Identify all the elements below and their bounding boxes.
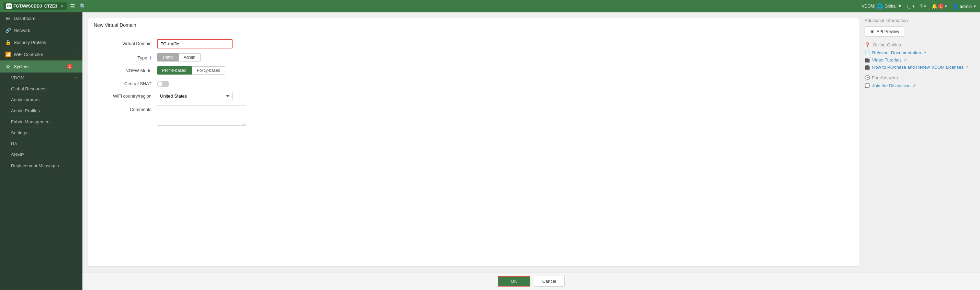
wifi-icon: 📶 bbox=[5, 51, 11, 57]
top-bar-right: VDOM: 🌐 Global ▼ ›_ ▼ ? ▼ 🔔 1 ▼ 👤 admin … bbox=[862, 3, 977, 9]
sidebar-sub-item-fabric-management[interactable]: Fabric Management bbox=[0, 116, 83, 127]
ok-button[interactable]: OK bbox=[498, 276, 530, 287]
video-tutorials-label: Video Tutorials bbox=[872, 57, 902, 62]
ngfw-mode-control: Profile-based Policy-based bbox=[157, 66, 851, 75]
sidebar-item-wifi-controller[interactable]: 📶 WiFi Controller › bbox=[0, 48, 83, 61]
central-snat-toggle[interactable] bbox=[157, 81, 169, 87]
vdom-sub-label: VDOM bbox=[11, 75, 24, 80]
virtual-domain-input[interactable] bbox=[157, 39, 232, 48]
type-traffic-button[interactable]: Traffic bbox=[157, 53, 179, 62]
notifications-button[interactable]: 🔔 1 ▼ bbox=[932, 3, 948, 9]
vdom-star-icon[interactable]: ☆ bbox=[74, 76, 78, 80]
security-arrow-icon: › bbox=[76, 41, 78, 44]
virtual-domain-control bbox=[157, 39, 851, 48]
dashboard-icon: ⊞ bbox=[5, 16, 11, 21]
notif-chevron-icon: ▼ bbox=[944, 5, 948, 8]
video-icon: 🎬 bbox=[865, 57, 870, 62]
ha-label: HA bbox=[11, 141, 17, 147]
doc-icon: 📄 bbox=[865, 50, 870, 55]
sidebar-sub-item-admin-profiles[interactable]: Admin Profiles bbox=[0, 105, 83, 116]
api-preview-button[interactable]: 👁 API Preview bbox=[865, 27, 904, 37]
central-snat-row: Central SNAT bbox=[97, 80, 851, 87]
help-icon: ? bbox=[920, 3, 923, 9]
sidebar-item-dashboard[interactable]: ⊞ Dashboard › bbox=[0, 13, 83, 24]
globe-icon: 🌐 bbox=[877, 3, 883, 9]
external-link-icon: ↗ bbox=[923, 51, 926, 55]
user-icon: 👤 bbox=[953, 3, 958, 9]
fabric-management-label: Fabric Management bbox=[11, 119, 51, 124]
security-icon: 🔒 bbox=[5, 40, 11, 45]
purchase-renew-label: How to Purchase and Renew VDOM Licenses bbox=[872, 65, 964, 70]
system-badge: 1 bbox=[67, 64, 73, 69]
wifi-country-row: WiFi country/region United States Canada… bbox=[97, 92, 851, 100]
cli-chevron-icon: ▼ bbox=[912, 5, 915, 8]
central-snat-control bbox=[157, 80, 851, 87]
page-content: New Virtual Domain Virtual Domain Type ℹ bbox=[83, 13, 980, 272]
sidebar-sub-item-settings[interactable]: Settings bbox=[0, 127, 83, 139]
right-panel: Additional Information 👁 API Preview ❓ O… bbox=[865, 18, 975, 267]
cli-button[interactable]: ›_ ▼ bbox=[907, 3, 915, 9]
top-bar-left: FG FGTAWSCDDJ_CTZE3 ▼ ☰ 🔍 bbox=[3, 2, 87, 10]
sidebar-item-security-profiles[interactable]: 🔒 Security Profiles › bbox=[0, 37, 83, 48]
sidebar-sub-item-global-resources[interactable]: Global Resources bbox=[0, 83, 83, 94]
top-nav-icons: ☰ 🔍 bbox=[70, 3, 87, 10]
relevant-docs-link[interactable]: 📄 Relevant Documentation ↗ bbox=[865, 50, 975, 55]
central-snat-label: Central SNAT bbox=[97, 80, 151, 86]
type-control: Traffic Admin bbox=[157, 53, 851, 62]
ngfw-btn-group: Profile-based Policy-based bbox=[157, 66, 851, 75]
hamburger-icon[interactable]: ☰ bbox=[70, 3, 75, 10]
purchase-external-link-icon: ↗ bbox=[966, 65, 969, 69]
chat-icon: 💬 bbox=[865, 75, 870, 80]
vdom-selector[interactable]: VDOM: 🌐 Global ▼ bbox=[862, 3, 902, 9]
purchase-renew-link[interactable]: 🎬 How to Purchase and Renew VDOM License… bbox=[865, 65, 975, 70]
admin-label: admin bbox=[960, 4, 972, 9]
additional-info-section: Additional Information 👁 API Preview bbox=[865, 18, 975, 37]
administrators-label: Administrators bbox=[11, 97, 40, 102]
comments-control bbox=[157, 105, 851, 127]
sidebar-item-label: Security Profiles bbox=[14, 40, 74, 45]
admin-button[interactable]: 👤 admin ▼ bbox=[953, 3, 977, 9]
system-icon: ⚙ bbox=[5, 64, 11, 69]
comments-row: Comments bbox=[97, 105, 851, 127]
sidebar-item-system[interactable]: ⚙ System 1 ∨ bbox=[0, 61, 83, 72]
video-external-link-icon: ↗ bbox=[904, 58, 907, 62]
wifi-country-label: WiFi country/region bbox=[97, 92, 151, 99]
ngfw-profile-based-button[interactable]: Profile-based bbox=[157, 66, 192, 75]
search-icon[interactable]: 🔍 bbox=[80, 3, 87, 10]
form-body: Virtual Domain Type ℹ Traff bbox=[88, 32, 859, 266]
sidebar-sub-item-snmp[interactable]: SNMP bbox=[0, 150, 83, 161]
online-guides-title: ❓ Online Guides bbox=[865, 42, 975, 48]
global-resources-label: Global Resources bbox=[11, 86, 46, 91]
cancel-button[interactable]: Cancel bbox=[534, 276, 565, 287]
virtual-domain-row: Virtual Domain bbox=[97, 39, 851, 48]
comments-textarea[interactable] bbox=[157, 105, 246, 126]
forti-answers-section: 💬 FortiAnswers 💭 Join the Discussion ↗ bbox=[865, 75, 975, 88]
type-admin-button[interactable]: Admin bbox=[179, 53, 200, 62]
snmp-label: SNMP bbox=[11, 152, 24, 158]
sidebar-sub-item-vdom[interactable]: VDOM ☆ bbox=[0, 72, 83, 83]
help-button[interactable]: ? ▼ bbox=[920, 3, 927, 9]
sidebar-item-label: WiFi Controller bbox=[14, 52, 74, 57]
wifi-country-select[interactable]: United States Canada United Kingdom bbox=[157, 92, 232, 100]
form-panel: New Virtual Domain Virtual Domain Type ℹ bbox=[88, 18, 859, 267]
sidebar-sub-item-administrators[interactable]: Administrators bbox=[0, 94, 83, 105]
additional-info-title: Additional Information bbox=[865, 18, 975, 23]
sidebar-sub-item-replacement-messages[interactable]: Replacement Messages bbox=[0, 161, 83, 172]
join-discussion-link[interactable]: 💭 Join the Discussion ↗ bbox=[865, 83, 975, 88]
comments-label: Comments bbox=[97, 105, 151, 112]
replacement-messages-label: Replacement Messages bbox=[11, 163, 59, 168]
api-preview-label: API Preview bbox=[877, 29, 899, 34]
network-arrow-icon: › bbox=[76, 29, 78, 32]
video-tutorials-link[interactable]: 🎬 Video Tutorials ↗ bbox=[865, 57, 975, 62]
bell-icon: 🔔 bbox=[932, 3, 937, 9]
admin-profiles-label: Admin Profiles bbox=[11, 108, 40, 113]
vdom-value: Global bbox=[885, 4, 897, 9]
type-label: Type ℹ bbox=[97, 53, 151, 61]
device-logo[interactable]: FG FGTAWSCDDJ_CTZE3 ▼ bbox=[3, 2, 67, 10]
sidebar-sub-item-ha[interactable]: HA bbox=[0, 139, 83, 150]
ngfw-policy-based-button[interactable]: Policy-based bbox=[192, 66, 226, 75]
type-info-icon[interactable]: ℹ bbox=[150, 55, 151, 61]
sidebar-item-network[interactable]: 🔗 Network › bbox=[0, 24, 83, 37]
top-bar: FG FGTAWSCDDJ_CTZE3 ▼ ☰ 🔍 VDOM: 🌐 Global… bbox=[0, 0, 980, 13]
discuss-icon: 💭 bbox=[865, 83, 870, 88]
